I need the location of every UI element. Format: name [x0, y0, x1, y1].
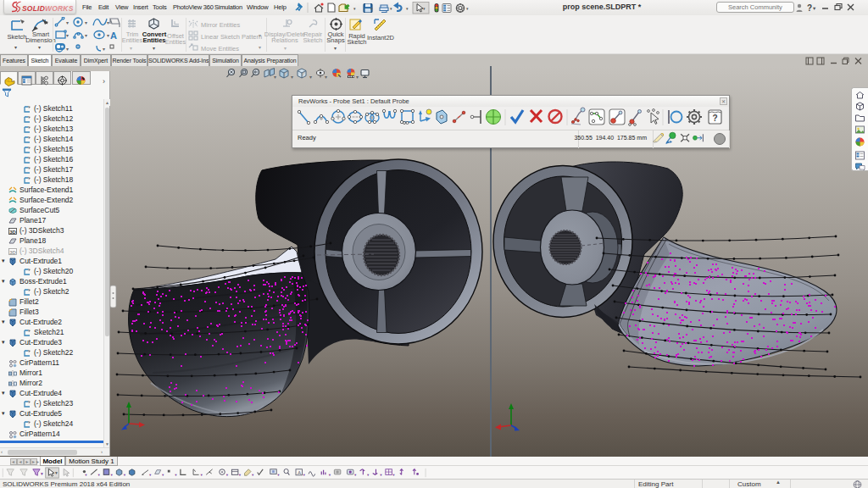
svg-text:▾: ▾	[353, 6, 356, 11]
svg-text:▾: ▾	[111, 473, 114, 477]
svg-text:?: ?	[713, 114, 718, 123]
svg-text:▾: ▾	[226, 473, 229, 477]
svg-text:▾: ▾	[239, 473, 242, 477]
svg-text:▾: ▾	[252, 473, 254, 477]
svg-text:▾: ▾	[329, 473, 331, 477]
svg-text:▾: ▾	[274, 75, 276, 80]
svg-text:▾: ▾	[124, 473, 126, 477]
svg-text:▾: ▾	[356, 75, 359, 80]
svg-text:▾: ▾	[175, 473, 177, 477]
svg-text:▾: ▾	[107, 20, 109, 25]
svg-text:▾: ▾	[309, 75, 312, 80]
svg-text:▾: ▾	[85, 473, 87, 477]
svg-text:▾: ▾	[325, 75, 327, 80]
svg-text:3D: 3D	[9, 250, 16, 255]
svg-text:▾: ▾	[354, 473, 357, 477]
svg-text:▾: ▾	[380, 473, 382, 477]
svg-text:▾: ▾	[200, 473, 203, 477]
svg-text:▾: ▾	[466, 6, 469, 11]
svg-text:▾: ▾	[85, 33, 87, 38]
svg-text:▾: ▾	[406, 6, 409, 11]
svg-text:▾: ▾	[103, 47, 105, 52]
svg-text:▾: ▾	[392, 473, 395, 477]
svg-text:A: A	[298, 469, 301, 474]
svg-text:▾: ▾	[107, 33, 109, 38]
svg-text:▾: ▾	[813, 5, 816, 11]
svg-text:▾: ▾	[303, 473, 305, 477]
svg-text:▾: ▾	[66, 47, 69, 52]
svg-text:▾: ▾	[85, 20, 87, 25]
svg-text:▾: ▾	[97, 473, 100, 477]
svg-text:▾: ▾	[291, 75, 293, 80]
svg-text:?: ?	[807, 3, 812, 13]
svg-text:3D: 3D	[9, 230, 16, 235]
svg-text:▾: ▾	[66, 20, 69, 25]
svg-text:▾: ▾	[41, 471, 43, 476]
svg-text:▾: ▾	[367, 473, 370, 477]
svg-text:▾: ▾	[66, 33, 69, 38]
svg-text:▾: ▾	[277, 473, 280, 477]
svg-text:▾: ▾	[149, 473, 152, 477]
svg-text:›: ›	[103, 77, 105, 86]
svg-text:▾: ▾	[162, 473, 164, 477]
svg-text:▾: ▾	[390, 6, 392, 11]
svg-text:▾: ▾	[55, 470, 58, 475]
